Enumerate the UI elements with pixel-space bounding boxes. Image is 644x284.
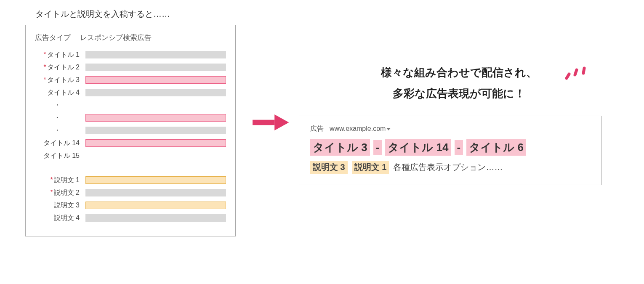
title-label: タイトル 4: [35, 88, 85, 97]
ad-url: www.example.com: [330, 125, 391, 133]
desc-input-bar[interactable]: [85, 176, 226, 184]
ad-desc-part: 説明文 3: [310, 161, 348, 174]
desc-label: *説明文 2: [35, 188, 85, 197]
ad-title-part: タイトル 3: [310, 139, 370, 156]
desc-label: 説明文 3: [35, 201, 85, 210]
required-mark: *: [43, 51, 46, 58]
svg-marker-1: [274, 114, 289, 130]
required-mark: *: [50, 189, 53, 196]
ellipsis-dot: ・: [54, 101, 61, 109]
ad-preview-box: 広告 www.example.com タイトル 3 - タイトル 14 - タイ…: [299, 116, 602, 185]
desc-input-bar[interactable]: [85, 202, 226, 209]
ad-type-label: 広告タイプ: [35, 33, 71, 42]
left-heading: タイトルと説明文を入稿すると……: [35, 8, 244, 20]
title-input-bar[interactable]: [85, 139, 226, 147]
ad-badge: 広告: [310, 125, 324, 133]
svg-line-3: [575, 70, 577, 75]
title-input-bar[interactable]: [85, 89, 226, 96]
title-input-bar[interactable]: [85, 114, 226, 122]
ellipsis-dot: ・: [54, 114, 61, 121]
desc-input-bar[interactable]: [85, 189, 226, 196]
title-label: *タイトル 1: [35, 50, 85, 59]
title-input-bar[interactable]: [85, 76, 226, 84]
ad-options-text: 各種広告表示オプション……: [393, 162, 503, 173]
svg-line-4: [583, 68, 584, 73]
ad-form-box: 広告タイプ レスポンシブ検索広告 *タイトル 1*タイトル 2*タイトル 3タイ…: [25, 25, 236, 236]
svg-rect-0: [253, 120, 274, 125]
title-label: *タイトル 2: [35, 63, 85, 72]
svg-line-2: [567, 74, 569, 78]
ellipsis-dot: ・: [54, 127, 61, 134]
caret-down-icon: [386, 128, 391, 130]
spark-icon: [564, 56, 589, 81]
required-mark: *: [50, 176, 53, 183]
ad-title-part: タイトル 6: [466, 139, 526, 156]
ad-type-value: レスポンシブ検索広告: [80, 33, 152, 42]
ad-title-sep: -: [455, 140, 463, 155]
required-mark: *: [43, 76, 46, 83]
desc-label: *説明文 1: [35, 176, 85, 185]
title-label: タイトル 14: [35, 139, 85, 148]
ad-desc-part: 説明文 1: [352, 161, 389, 174]
ad-title-line: タイトル 3 - タイトル 14 - タイトル 6: [310, 139, 591, 156]
ad-title-part: タイトル 14: [385, 139, 451, 156]
desc-label: 説明文 4: [35, 214, 85, 223]
ad-desc-line: 説明文 3 説明文 1 各種広告表示オプション……: [310, 161, 591, 174]
required-mark: *: [43, 64, 46, 71]
title-label: *タイトル 3: [35, 76, 85, 85]
title-input-bar[interactable]: [85, 51, 226, 58]
title-input-bar[interactable]: [85, 127, 226, 134]
ad-title-sep: -: [373, 140, 382, 155]
arrow-icon: [253, 112, 290, 133]
title-input-bar[interactable]: [85, 64, 226, 71]
desc-input-bar[interactable]: [85, 214, 226, 222]
title-label: タイトル 15: [35, 151, 85, 160]
